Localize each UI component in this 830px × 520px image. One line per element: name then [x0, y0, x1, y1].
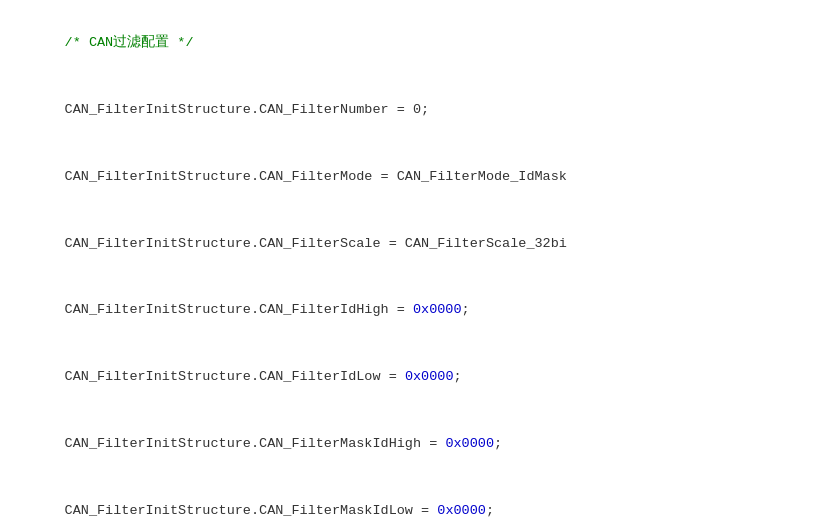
code-text: CAN_FilterInitStructure.CAN_FilterScale …: [65, 236, 567, 251]
hex-val-4: 0x0000: [437, 503, 486, 518]
code-text: CAN_FilterInitStructure.CAN_FilterIdLow …: [65, 369, 405, 384]
code-text: ;: [462, 302, 470, 317]
title-comment-line: /* CAN过滤配置 */: [16, 10, 814, 77]
code-line-5: CAN_FilterInitStructure.CAN_FilterIdLow …: [16, 344, 814, 411]
code-line-3: CAN_FilterInitStructure.CAN_FilterScale …: [16, 210, 814, 277]
hex-val-2: 0x0000: [405, 369, 454, 384]
code-text: ;: [494, 436, 502, 451]
code-text: ;: [453, 369, 461, 384]
code-text: CAN_FilterInitStructure.CAN_FilterMaskId…: [65, 503, 438, 518]
code-text: CAN_FilterInitStructure.CAN_FilterNumber…: [65, 102, 430, 117]
code-line-2: CAN_FilterInitStructure.CAN_FilterMode =…: [16, 144, 814, 211]
code-text: CAN_FilterInitStructure.CAN_FilterIdHigh…: [65, 302, 413, 317]
code-line-1: CAN_FilterInitStructure.CAN_FilterNumber…: [16, 77, 814, 144]
code-line-4: CAN_FilterInitStructure.CAN_FilterIdHigh…: [16, 277, 814, 344]
code-container: /* CAN过滤配置 */ CAN_FilterInitStructure.CA…: [0, 0, 830, 520]
top-section: /* CAN过滤配置 */ CAN_FilterInitStructure.CA…: [16, 10, 814, 520]
code-text: CAN_FilterInitStructure.CAN_FilterMaskId…: [65, 436, 446, 451]
hex-val-1: 0x0000: [413, 302, 462, 317]
code-text: ;: [486, 503, 494, 518]
code-text: CAN_FilterInitStructure.CAN_FilterMode =…: [65, 169, 567, 184]
hex-val-3: 0x0000: [445, 436, 494, 451]
title-comment: /* CAN过滤配置 */: [65, 35, 194, 50]
code-line-7: CAN_FilterInitStructure.CAN_FilterMaskId…: [16, 478, 814, 520]
code-line-6: CAN_FilterInitStructure.CAN_FilterMaskId…: [16, 411, 814, 478]
